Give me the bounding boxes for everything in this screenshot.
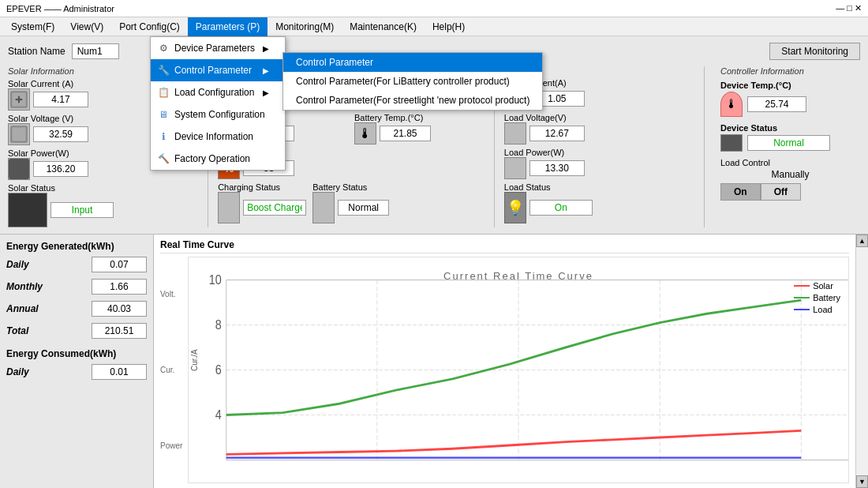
energy-consumed-daily-label: Daily bbox=[6, 366, 29, 377]
manually-label: Manually bbox=[720, 169, 860, 180]
bottom-section: Energy Generated(kWh) Daily Monthly Annu… bbox=[0, 235, 868, 488]
scroll-down-arrow[interactable]: ▼ bbox=[856, 475, 868, 488]
device-params-arrow: ▶ bbox=[263, 44, 269, 53]
energy-monthly-label: Monthly bbox=[6, 281, 43, 292]
device-status-value bbox=[747, 135, 830, 151]
close-button[interactable]: ✕ bbox=[855, 3, 862, 13]
load-voltage-value bbox=[529, 126, 585, 141]
chart-legend: Solar Battery Load bbox=[794, 281, 840, 314]
battery-status-value bbox=[338, 200, 389, 216]
submenu-control-param-main[interactable]: Control Parameter bbox=[283, 53, 542, 72]
load-voltage-label: Load Voltage(V) bbox=[504, 113, 694, 122]
menu-sys-config[interactable]: 🖥 System Configuration bbox=[151, 103, 285, 126]
energy-annual-label: Annual bbox=[6, 303, 39, 314]
factory-op-icon: 🔨 bbox=[155, 151, 171, 167]
energy-generated-title: Energy Generated(kWh) bbox=[6, 241, 147, 252]
solar-status-value bbox=[51, 202, 114, 218]
energy-annual-row: Annual bbox=[6, 301, 147, 317]
load-status-item: Load Status 💡 bbox=[504, 182, 694, 223]
battery-line bbox=[226, 300, 802, 415]
charging-status-row bbox=[218, 192, 306, 223]
menu-control-param[interactable]: 🔧 Control Parameter ▶ bbox=[151, 59, 285, 81]
chart-section: Real Time Curve Volt. Cur. Power Cur./A bbox=[154, 235, 855, 488]
energy-panel: Energy Generated(kWh) Daily Monthly Annu… bbox=[0, 235, 154, 488]
charging-status-value bbox=[243, 200, 306, 216]
station-name-input[interactable]: Num1 bbox=[72, 43, 119, 59]
solar-voltage-value bbox=[33, 126, 88, 142]
minimize-button[interactable]: — bbox=[836, 3, 844, 13]
submenu-control-param-streetlight[interactable]: Control Parameter(For streetlight 'new p… bbox=[283, 91, 542, 110]
battery-temp-icon: 🌡 bbox=[354, 122, 376, 145]
device-status-row bbox=[720, 134, 860, 152]
energy-consumed-daily-value bbox=[92, 364, 147, 380]
battery-temp-row: 🌡 bbox=[354, 122, 485, 145]
battery-status-item: Battery Status bbox=[312, 182, 389, 223]
cur-label: Cur. bbox=[160, 366, 185, 374]
menu-parameters[interactable]: Parameters (P) bbox=[188, 17, 268, 36]
load-config-arrow: ▶ bbox=[263, 88, 269, 97]
solar-status-item: Solar Status bbox=[8, 183, 198, 227]
battery-status-label: Battery Status bbox=[312, 182, 389, 192]
load-status-label: Load Status bbox=[504, 182, 694, 192]
submenu-control-param-libattery[interactable]: Control Parameter(For LiBattery controll… bbox=[283, 72, 542, 91]
solar-power-icon bbox=[8, 158, 30, 180]
load-config-icon: 📋 bbox=[155, 84, 171, 100]
control-param-icon: 🔧 bbox=[155, 62, 171, 78]
volt-label: Volt. bbox=[160, 290, 185, 298]
solar-legend-line bbox=[794, 285, 810, 287]
controller-section: Controller Information Device Temp.(°C) … bbox=[714, 66, 860, 227]
load-on-button[interactable]: On bbox=[720, 183, 761, 201]
app-title: EPEVER —— Administrator bbox=[6, 4, 114, 13]
energy-total-value bbox=[92, 323, 147, 339]
chart-title: Real Time Curve bbox=[160, 239, 849, 253]
solar-current-value bbox=[33, 92, 88, 107]
control-param-submenu: Control Parameter Control Parameter(For … bbox=[282, 52, 543, 111]
device-temp-value bbox=[747, 96, 806, 112]
energy-consumed-daily-row: Daily bbox=[6, 364, 147, 380]
energy-total-label: Total bbox=[6, 325, 28, 336]
menu-help[interactable]: Help(H) bbox=[425, 17, 473, 36]
scroll-up-arrow[interactable]: ▲ bbox=[856, 235, 868, 247]
solar-status-row bbox=[8, 193, 198, 227]
menu-view[interactable]: View(V) bbox=[62, 17, 111, 36]
load-off-button[interactable]: Off bbox=[761, 183, 801, 201]
chart-svg: 10 8 6 4 bbox=[189, 257, 848, 482]
load-legend-label: Load bbox=[813, 305, 832, 314]
menu-load-config[interactable]: 📋 Load Configuration ▶ bbox=[151, 81, 285, 103]
menu-portconfig[interactable]: Port Config(C) bbox=[111, 17, 188, 36]
svg-text:6: 6 bbox=[215, 362, 222, 377]
energy-daily-row: Daily bbox=[6, 257, 147, 272]
load-voltage-row bbox=[504, 122, 694, 145]
energy-annual-value bbox=[92, 301, 147, 317]
load-legend-line bbox=[794, 309, 810, 310]
menu-system[interactable]: System(F) bbox=[3, 17, 62, 36]
right-scrollbar[interactable]: ▲ ▼ bbox=[855, 235, 868, 488]
menu-monitoring[interactable]: Monitoring(M) bbox=[268, 17, 342, 36]
sys-config-icon: 🖥 bbox=[155, 107, 171, 122]
solar-line bbox=[226, 430, 802, 454]
battery-legend-line bbox=[794, 297, 810, 298]
load-control-section: Load Control Manually On Off bbox=[720, 158, 860, 201]
legend-solar: Solar bbox=[794, 281, 840, 291]
svg-text:4: 4 bbox=[215, 407, 222, 422]
menu-maintenance[interactable]: Maintenance(K) bbox=[342, 17, 425, 36]
load-status-icon: 💡 bbox=[504, 192, 526, 223]
menu-factory-op[interactable]: 🔨 Factory Operation bbox=[151, 148, 285, 170]
device-temp-label: Device Temp.(°C) bbox=[720, 81, 860, 90]
maximize-button[interactable]: □ bbox=[847, 3, 852, 13]
svg-text:8: 8 bbox=[215, 317, 222, 332]
menubar: System(F) View(V) Port Config(C) Paramet… bbox=[0, 17, 868, 36]
legend-battery: Battery bbox=[794, 293, 840, 302]
load-power-icon bbox=[504, 157, 526, 179]
device-status-item: Device Status bbox=[720, 123, 860, 152]
battery-temp-label: Battery Temp.(°C) bbox=[354, 113, 485, 122]
menu-device-params[interactable]: ⚙ Device Parameters ▶ bbox=[151, 37, 285, 59]
load-voltage-item: Load Voltage(V) bbox=[504, 113, 694, 145]
energy-daily-label: Daily bbox=[6, 259, 29, 270]
energy-total-row: Total bbox=[6, 323, 147, 339]
on-off-buttons: On Off bbox=[720, 183, 860, 201]
load-power-label: Load Power(W) bbox=[504, 148, 694, 157]
menu-device-info[interactable]: ℹ Device Information bbox=[151, 126, 285, 148]
start-monitoring-button[interactable]: Start Monitoring bbox=[769, 43, 860, 60]
scroll-track bbox=[856, 247, 868, 475]
